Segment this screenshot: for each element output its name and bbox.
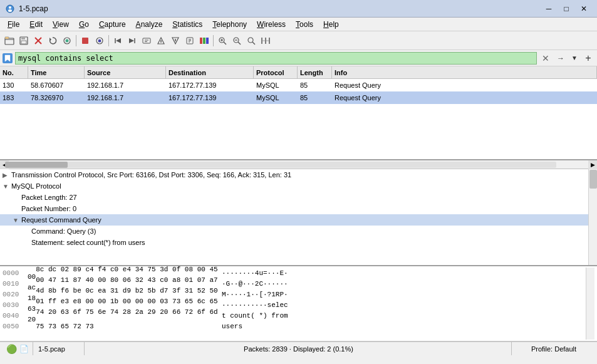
col-header-source[interactable]: Source [85,66,166,78]
capture-start-button[interactable] [60,34,74,48]
table-row[interactable]: 130 58.670607 192.168.1.7 167.172.77.139… [0,79,597,91]
toolbar [0,31,597,50]
detail-text: Transmission Control Protocol, Src Port:… [11,171,291,179]
marked-next-button[interactable] [169,34,182,48]
h-scrollbar[interactable]: ◀ ▶ [0,160,597,169]
h-scrollbar-thumb[interactable] [5,162,68,168]
detail-pane: ▶Transmission Control Protocol, Src Port… [0,169,597,266]
back-button[interactable] [111,34,125,48]
hex-bytes: 74 20 63 6f 75 6e 74 28 2a 29 20 66 72 6… [28,308,222,323]
zoom-in-button[interactable] [215,34,229,48]
menu-tools[interactable]: Tools [291,19,318,30]
filter-add-expression-button[interactable]: + [582,52,594,65]
detail-row[interactable]: Statement: select count(*) from users [0,237,588,248]
cell-no: 183 [0,94,28,101]
detail-scroll-thumb[interactable] [589,170,597,189]
menu-file[interactable]: File [3,19,24,30]
filter-apply-button[interactable]: → [554,52,567,65]
open-button[interactable] [3,34,16,48]
menu-view[interactable]: View [48,19,74,30]
h-scrollbar-track[interactable] [5,162,556,168]
hex-offset: 0050 [3,323,28,330]
status-bar: 🟢 📄 1-5.pcap Packets: 2839 · Displayed: … [0,341,597,355]
hex-offset: 0040 [3,312,28,320]
menu-edit[interactable]: Edit [24,19,48,30]
toolbar-separator-3 [213,35,214,46]
stop-button[interactable] [78,34,92,48]
filter-clear-button[interactable]: ✕ [539,52,552,65]
menu-capture[interactable]: Capture [94,19,131,30]
status-icon-section: 🟢 📄 [3,342,33,355]
col-header-dest[interactable]: Destination [166,66,254,78]
detail-row[interactable]: ▼Request Command Query [0,214,588,226]
expand-icon: ▼ [3,183,11,190]
forward-button[interactable] [125,34,139,48]
cell-proto: MySQL [254,94,298,101]
close-button[interactable]: ✕ [576,3,592,15]
go-to-button[interactable] [140,34,153,48]
cell-proto: MySQL [254,81,298,89]
table-row[interactable]: 183 78.326970 192.168.1.7 167.172.77.139… [0,91,597,104]
status-packets-text: Packets: 2839 · Displayed: 2 (0.1%) [244,345,353,353]
menu-wireless[interactable]: Wireless [252,19,291,30]
detail-text: MySQL Protocol [11,182,61,190]
zoom-normal-button[interactable] [244,34,258,48]
svg-rect-31 [200,38,202,44]
detail-text: Packet Number: 0 [21,205,76,212]
zoom-out-button[interactable] [230,34,244,48]
filter-input[interactable] [15,52,537,65]
svg-marker-18 [129,38,134,43]
status-packets: Packets: 2839 · Displayed: 2 (0.1%) [86,342,512,355]
menu-help[interactable]: Help [318,19,344,30]
filter-bookmark-icon [3,53,13,63]
cell-dest: 167.172.77.139 [166,94,254,101]
reload-button[interactable] [46,34,60,48]
menu-statistics[interactable]: Statistics [167,19,207,30]
status-profile-text: Profile: Default [531,345,576,353]
detail-row[interactable]: Packet Number: 0 [0,203,588,214]
menu-go[interactable]: Go [74,19,94,30]
save-button[interactable] [17,34,31,48]
hex-row: 0050 75 73 65 72 73 users [3,321,586,331]
col-header-proto[interactable]: Protocol [254,66,298,78]
svg-point-15 [98,39,101,42]
detail-row[interactable]: ▶Transmission Control Protocol, Src Port… [0,169,588,180]
cell-len: 85 [298,81,332,89]
window-controls: ─ □ ✕ [541,3,592,15]
minimize-button[interactable]: ─ [541,3,557,15]
col-header-len[interactable]: Length [298,66,332,78]
svg-rect-7 [21,41,26,44]
resize-columns-button[interactable] [259,34,273,48]
col-header-time[interactable]: Time [28,66,85,78]
h-scroll-right-arrow[interactable]: ▶ [588,160,597,169]
cell-time: 78.326970 [28,94,85,101]
svg-rect-13 [82,38,88,44]
marked-prev-button[interactable] [154,34,168,48]
cell-no: 130 [0,81,28,89]
restart-button[interactable] [93,34,106,48]
detail-row[interactable]: Command: Query (3) [0,226,588,237]
col-header-no[interactable]: No. [0,66,28,78]
svg-point-12 [66,39,69,42]
filter-dropdown-button[interactable]: ▼ [569,52,579,65]
hex-scrollbar[interactable] [586,268,594,340]
detail-row[interactable]: ▼MySQL Protocol [0,180,588,192]
hex-pane: 0000 8c dc 02 89 c4 f4 c0 e4 34 75 3d 0f… [0,266,597,341]
toolbar-separator-2 [108,35,109,46]
close-capture-button[interactable] [31,34,45,48]
maximize-button[interactable]: □ [558,3,574,15]
detail-scrollbar[interactable] [588,169,597,265]
svg-point-2 [8,9,12,12]
menu-telephony[interactable]: Telephony [207,19,252,30]
hex-ascii: ········4u=···E· [222,269,288,277]
hex-offset: 0010 [3,280,28,288]
hex-ascii: t count( *) from [222,312,288,320]
coloring-button[interactable] [197,34,211,48]
svg-line-35 [224,42,226,44]
menu-analyze[interactable]: Analyze [131,19,168,30]
scroll-button[interactable] [183,34,197,48]
col-header-info[interactable]: Info [332,66,597,78]
expand-icon: ▼ [13,217,21,224]
detail-row[interactable]: Packet Length: 27 [0,192,588,203]
status-filename-text: 1-5.pcap [38,345,65,353]
